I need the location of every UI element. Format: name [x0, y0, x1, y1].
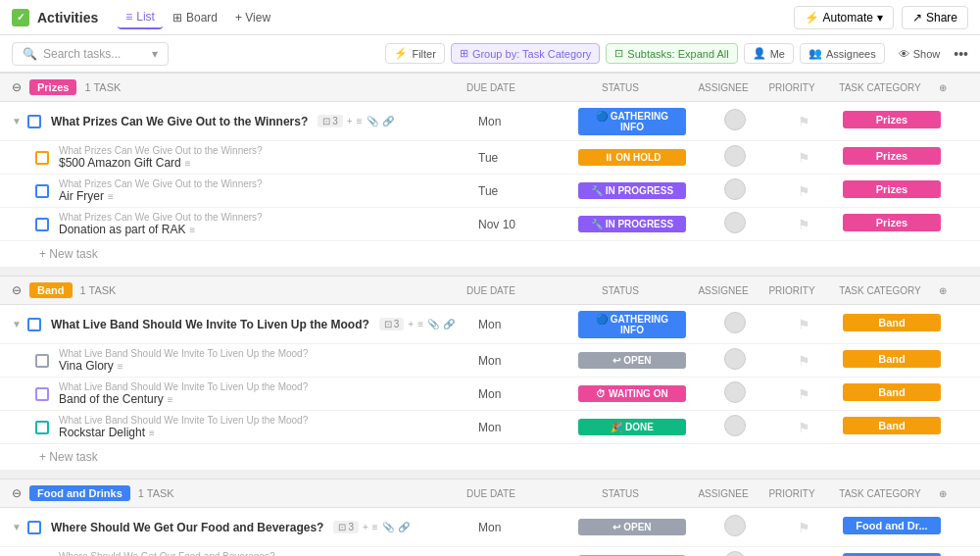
- search-box[interactable]: 🔍 Search tasks... ▾: [12, 42, 169, 66]
- food-sub1-status[interactable]: ⏸ ON HOLD: [568, 551, 696, 556]
- prizes-sub1-avatar[interactable]: [724, 145, 746, 167]
- band-sub1-avatar[interactable]: [724, 348, 746, 370]
- assignees-button[interactable]: 👥 Assignees: [800, 43, 885, 64]
- band-sub1-flag[interactable]: ⚑: [798, 353, 810, 369]
- more-options-button[interactable]: •••: [954, 46, 968, 62]
- add-view-label: + View: [235, 11, 270, 25]
- prizes-count: 1 TASK: [84, 81, 121, 93]
- band-sub2-checkbox[interactable]: [35, 387, 49, 401]
- band-attach-icon[interactable]: 📎: [427, 319, 439, 329]
- prizes-sub2-status[interactable]: 🔧 IN PROGRESS: [568, 178, 696, 203]
- nav-list[interactable]: ≡ List: [118, 6, 163, 29]
- automate-button[interactable]: ⚡ Automate ▾: [794, 6, 894, 29]
- collapse-prizes-icon[interactable]: ⊖: [12, 80, 22, 94]
- band-new-task[interactable]: + New task: [0, 444, 980, 471]
- food-count: 1 TASK: [138, 487, 174, 499]
- prizes-sub3-note-icon: ≡: [189, 225, 195, 235]
- prizes-sub1-checkbox[interactable]: [35, 151, 49, 165]
- prizes-sub2-flag[interactable]: ⚑: [798, 183, 810, 199]
- food-col-add-header[interactable]: ⊕: [939, 488, 968, 499]
- band-sub1-category-badge: Band: [843, 350, 941, 368]
- prizes-sub2-avatar[interactable]: [724, 178, 746, 200]
- prizes-sub3-flag[interactable]: ⚑: [798, 217, 810, 232]
- band-main-task-row: ▼ What Live Band Should We Invite To Liv…: [0, 305, 980, 344]
- prizes-attach-icon[interactable]: 📎: [367, 116, 378, 126]
- band-sub2-due: Mon: [470, 383, 568, 405]
- food-attach-icon[interactable]: 📎: [382, 522, 394, 532]
- band-main-collapse[interactable]: ▼: [12, 319, 22, 329]
- app-title: Activities: [37, 10, 98, 25]
- prizes-sub3-status[interactable]: 🔧 IN PROGRESS: [568, 212, 696, 236]
- prizes-sub3-parent: What Prizes Can We Give Out to the Winne…: [59, 212, 263, 223]
- food-subtask-count[interactable]: ⊡ 3: [333, 521, 359, 533]
- band-col-due-header: DUE DATE: [459, 285, 557, 296]
- prizes-sub1-status[interactable]: ⏸ ON HOLD: [568, 145, 696, 170]
- prizes-sub1-category-badge: Prizes: [843, 147, 941, 165]
- band-sub1-checkbox[interactable]: [35, 354, 49, 368]
- food-col-assignee-header: ASSIGNEE: [684, 488, 762, 499]
- band-main-avatar[interactable]: [724, 312, 746, 333]
- prizes-sub3-category: Prizes: [833, 214, 951, 234]
- prizes-sub1-assignee: [696, 145, 774, 170]
- share-label: Share: [926, 11, 957, 25]
- prizes-main-avatar[interactable]: [724, 109, 746, 130]
- band-sub2-avatar[interactable]: [724, 381, 746, 403]
- prizes-sub3-checkbox[interactable]: [35, 218, 49, 231]
- subtasks-button[interactable]: ⊡ Subtasks: Expand All: [606, 43, 737, 64]
- prizes-new-task[interactable]: + New task: [0, 241, 980, 268]
- food-main-task-name: Where Should We Get Our Food and Beverag…: [51, 521, 323, 534]
- prizes-sub3-avatar[interactable]: [724, 212, 746, 233]
- band-subtask-count[interactable]: ⊡ 3: [379, 318, 405, 330]
- prizes-main-checkbox[interactable]: [27, 115, 41, 128]
- band-sub3-flag[interactable]: ⚑: [798, 420, 810, 435]
- food-sub1-avatar[interactable]: [724, 551, 746, 556]
- band-sub3-avatar[interactable]: [724, 415, 746, 436]
- prizes-add-subtask-icon[interactable]: +: [347, 116, 353, 126]
- band-main-status[interactable]: 🔵 GATHERING INFO: [568, 307, 696, 342]
- group-by-button[interactable]: ⊞ Group by: Task Category: [451, 43, 600, 64]
- prizes-assign-icon[interactable]: ≡: [357, 116, 363, 126]
- col-add-header[interactable]: ⊕: [939, 82, 968, 93]
- nav-add-view[interactable]: + View: [227, 7, 278, 28]
- nav-board[interactable]: ⊞ Board: [165, 7, 225, 28]
- band-assign-icon[interactable]: ≡: [417, 319, 423, 329]
- band-sub2-category: Band: [833, 383, 951, 404]
- food-assign-icon[interactable]: ≡: [372, 522, 378, 532]
- band-col-add-header[interactable]: ⊕: [939, 285, 968, 296]
- food-main-status[interactable]: ↩ OPEN: [568, 515, 696, 539]
- food-col-priority-header: PRIORITY: [762, 488, 821, 499]
- band-add-subtask-icon[interactable]: +: [408, 319, 414, 329]
- food-main-checkbox[interactable]: [27, 521, 41, 534]
- prizes-sub2-checkbox[interactable]: [35, 184, 49, 198]
- me-button[interactable]: 👤 Me: [744, 43, 794, 64]
- prizes-sub3-due: Nov 10: [470, 214, 568, 235]
- food-link-icon[interactable]: 🔗: [398, 522, 410, 532]
- prizes-link-icon[interactable]: 🔗: [382, 116, 394, 126]
- show-button[interactable]: 👁 Show: [891, 45, 949, 63]
- band-main-checkbox[interactable]: [27, 318, 41, 331]
- food-main-flag[interactable]: ⚑: [798, 520, 810, 535]
- filter-button[interactable]: ⚡ Filter: [385, 43, 444, 64]
- food-add-subtask-icon[interactable]: +: [363, 522, 368, 532]
- prizes-sub1-flag[interactable]: ⚑: [798, 150, 810, 166]
- band-sub1-status[interactable]: ↩ OPEN: [568, 348, 696, 373]
- prizes-sub1-name: $500 Amazon Gift Card: [59, 156, 181, 170]
- prizes-main-collapse[interactable]: ▼: [12, 116, 22, 126]
- prizes-subtask-count[interactable]: ⊡ 3: [318, 115, 343, 127]
- prizes-main-status[interactable]: 🔵 GATHERING INFO: [568, 104, 696, 139]
- band-link-icon[interactable]: 🔗: [443, 319, 455, 329]
- band-sub3-status[interactable]: 🎉 DONE: [568, 415, 696, 439]
- share-button[interactable]: ↗ Share: [902, 6, 968, 29]
- collapse-band-icon[interactable]: ⊖: [12, 283, 22, 297]
- band-sub2-flag[interactable]: ⚑: [798, 386, 810, 402]
- group-band: ⊖ Band 1 TASK DUE DATE STATUS ASSIGNEE P…: [0, 276, 980, 471]
- food-main-collapse[interactable]: ▼: [12, 522, 22, 532]
- collapse-food-icon[interactable]: ⊖: [12, 486, 22, 500]
- prizes-main-flag[interactable]: ⚑: [798, 114, 810, 129]
- share-icon: ↗: [912, 11, 922, 25]
- band-sub2-priority: ⚑: [774, 386, 833, 402]
- band-sub2-status[interactable]: ⏱ WAITING ON: [568, 381, 696, 406]
- band-sub3-checkbox[interactable]: [35, 421, 49, 434]
- food-main-avatar[interactable]: [724, 515, 746, 536]
- band-main-flag[interactable]: ⚑: [798, 317, 810, 332]
